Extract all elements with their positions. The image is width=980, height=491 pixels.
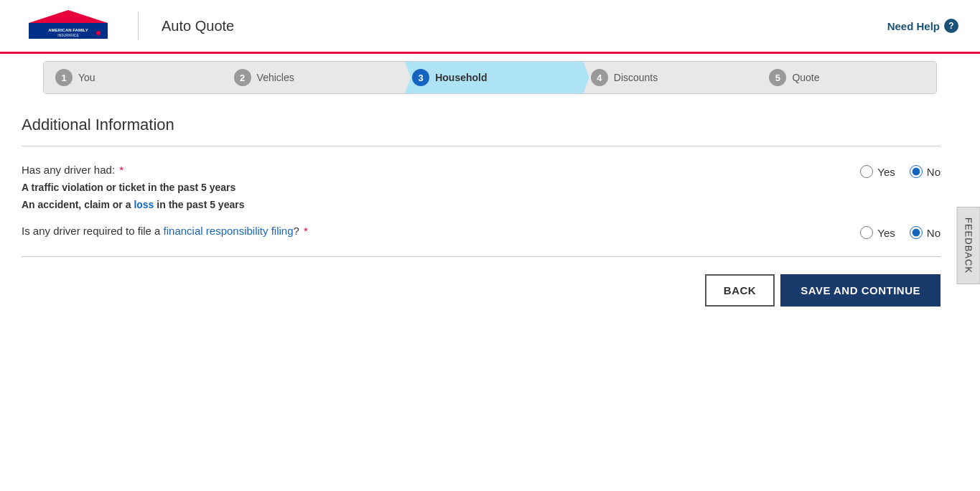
loss-link[interactable]: loss — [134, 199, 154, 210]
yes-label-1: Yes — [877, 166, 895, 178]
question-1-text-block: Has any driver had: * A traffic violatio… — [22, 164, 860, 210]
app-title: Auto Quote — [162, 18, 234, 34]
radio-no-input-2[interactable] — [910, 226, 923, 239]
radio-group-1: Yes No — [860, 164, 941, 178]
bullet-2: An accident, claim or a loss in the past… — [22, 199, 831, 210]
radio-yes-input-2[interactable] — [860, 226, 873, 239]
radio-no-input-1[interactable] — [910, 165, 923, 178]
required-star-1: * — [116, 164, 123, 176]
radio-no-2[interactable]: No — [910, 226, 941, 239]
step-4-number: 4 — [591, 69, 608, 86]
step-you[interactable]: 1 You — [44, 62, 223, 93]
step-3-label: Household — [435, 72, 487, 83]
progress-bar: 1 You 2 Vehicles 3 Household 4 Discounts… — [43, 61, 937, 94]
logo-image: AMERICAN FAMILY INSURANCE — [22, 7, 115, 45]
need-help-link[interactable]: Need Help ? — [887, 19, 958, 33]
section-divider — [22, 146, 941, 146]
financial-responsibility-link[interactable]: financial responsibility filing — [164, 225, 294, 237]
main-content: Additional Information Has any driver ha… — [0, 94, 962, 328]
radio-yes-2[interactable]: Yes — [860, 226, 895, 239]
step-3-number: 3 — [412, 69, 429, 86]
step-2-number: 2 — [234, 69, 251, 86]
radio-no-1[interactable]: No — [910, 165, 941, 178]
step-1-label: You — [78, 72, 95, 83]
svg-marker-0 — [29, 10, 108, 23]
svg-text:INSURANCE: INSURANCE — [57, 33, 79, 37]
question-1-label: Has any driver had: * — [22, 164, 123, 176]
feedback-label: FEEDBACK — [963, 218, 974, 273]
required-star-2: * — [301, 225, 308, 237]
button-row: BACK SAVE AND CONTINUE — [22, 274, 941, 307]
radio-yes-input-1[interactable] — [860, 165, 873, 178]
question-driver-violations: Has any driver had: * A traffic violatio… — [22, 164, 941, 210]
question-2-text-block: Is any driver required to file a financi… — [22, 225, 860, 237]
help-icon: ? — [944, 19, 958, 33]
radio-yes-1[interactable]: Yes — [860, 165, 895, 178]
yes-label-2: Yes — [877, 227, 895, 239]
step-5-label: Quote — [792, 72, 819, 83]
step-discounts[interactable]: 4 Discounts — [579, 62, 758, 93]
save-continue-button[interactable]: SAVE AND CONTINUE — [780, 274, 941, 307]
step-5-number: 5 — [769, 69, 786, 86]
progress-bar-container: 1 You 2 Vehicles 3 Household 4 Discounts… — [22, 61, 958, 94]
header-left: AMERICAN FAMILY INSURANCE Auto Quote — [22, 7, 234, 45]
logo: AMERICAN FAMILY INSURANCE — [22, 7, 115, 45]
need-help-label: Need Help — [887, 20, 940, 32]
step-4-label: Discounts — [614, 72, 658, 83]
step-1-number: 1 — [55, 69, 73, 86]
step-2-label: Vehicles — [257, 72, 294, 83]
question-financial-responsibility: Is any driver required to file a financi… — [22, 225, 941, 239]
feedback-tab[interactable]: FEEDBACK — [956, 207, 980, 284]
bullet-1: A traffic violation or ticket in the pas… — [22, 182, 831, 193]
step-vehicles[interactable]: 2 Vehicles — [223, 62, 401, 93]
svg-text:AMERICAN FAMILY: AMERICAN FAMILY — [48, 28, 88, 32]
question-2-label: Is any driver required to file a financi… — [22, 225, 308, 237]
header: AMERICAN FAMILY INSURANCE Auto Quote Nee… — [0, 0, 980, 54]
no-label-2: No — [927, 227, 941, 239]
svg-point-5 — [96, 31, 101, 35]
step-household[interactable]: 3 Household — [401, 62, 579, 93]
back-button[interactable]: BACK — [705, 274, 775, 307]
bottom-divider — [22, 256, 941, 257]
section-title: Additional Information — [22, 116, 941, 134]
radio-group-2: Yes No — [860, 225, 941, 239]
step-quote[interactable]: 5 Quote — [757, 62, 936, 93]
header-divider — [138, 11, 139, 40]
no-label-1: No — [927, 166, 941, 178]
